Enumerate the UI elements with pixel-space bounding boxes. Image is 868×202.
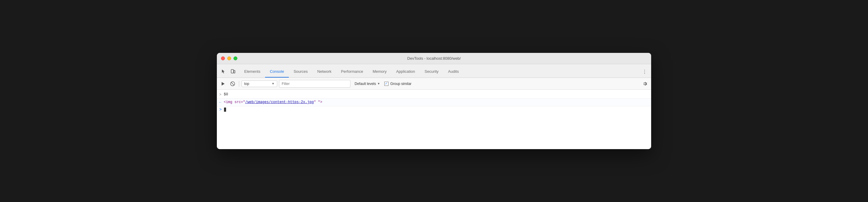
filter-input[interactable] (279, 80, 350, 88)
tab-bar-icons (219, 67, 237, 77)
console-cursor-line[interactable]: > (217, 106, 651, 113)
window-title: DevTools - localhost:8080/web/ (407, 56, 461, 61)
tab-console[interactable]: Console (265, 66, 289, 77)
more-tabs-area: ⋮ (641, 67, 649, 77)
clear-button[interactable] (229, 80, 237, 88)
input-text: $0 (224, 92, 228, 97)
traffic-lights (221, 57, 237, 60)
toolbar-divider-1 (239, 81, 239, 87)
levels-dropdown-arrow: ▼ (377, 82, 380, 85)
settings-icon (643, 81, 647, 86)
html-tag-open: <img src=" (224, 100, 245, 104)
settings-button[interactable] (641, 80, 649, 88)
cursor-icon-button[interactable] (219, 67, 227, 76)
tab-memory[interactable]: Memory (368, 66, 392, 77)
tab-performance[interactable]: Performance (336, 66, 368, 77)
tab-application[interactable]: Application (392, 66, 420, 77)
tab-audits[interactable]: Audits (443, 66, 463, 77)
svg-line-4 (231, 82, 234, 85)
close-button[interactable] (221, 57, 225, 60)
levels-selector[interactable]: Default levels ▼ (352, 81, 382, 87)
input-prompt-symbol: > (219, 92, 221, 97)
levels-label: Default levels (354, 82, 376, 86)
console-line-result: ← <img src="/web/images/content-https-2x… (217, 99, 651, 106)
more-tabs-button[interactable]: ⋮ (641, 67, 649, 76)
result-text: <img src="/web/images/content-https-2x.j… (224, 100, 322, 105)
console-line-input: > $0 (217, 91, 651, 99)
context-value: top (244, 82, 249, 86)
svg-rect-0 (231, 69, 234, 73)
group-similar-label: Group similar (390, 82, 411, 86)
minimize-button[interactable] (227, 57, 231, 60)
tab-security[interactable]: Security (420, 66, 443, 77)
tab-network[interactable]: Network (313, 66, 336, 77)
tab-elements[interactable]: Elements (240, 66, 265, 77)
tab-bar: Elements Console Sources Network Perform… (217, 64, 651, 78)
cursor-prompt-symbol: > (219, 107, 222, 112)
execute-button[interactable] (219, 80, 227, 88)
title-bar: DevTools - localhost:8080/web/ (217, 53, 651, 64)
execute-icon (221, 82, 225, 86)
tab-sources[interactable]: Sources (289, 66, 313, 77)
console-toolbar: top ▼ Default levels ▼ ✓ Group similar (217, 78, 651, 90)
context-dropdown-arrow: ▼ (272, 82, 275, 85)
clear-icon (230, 81, 235, 86)
device-icon (230, 69, 235, 74)
svg-marker-2 (222, 82, 225, 86)
cursor-caret (224, 107, 226, 112)
group-similar-checkbox[interactable]: ✓ (384, 82, 389, 86)
console-content: > $0 ← <img src="/web/images/content-htt… (217, 90, 651, 149)
cursor-icon (221, 69, 226, 74)
html-tag-close: " "> (314, 100, 322, 104)
context-selector[interactable]: top ▼ (242, 80, 277, 87)
result-prompt-symbol: ← (219, 100, 221, 105)
maximize-button[interactable] (234, 57, 237, 60)
devtools-window: DevTools - localhost:8080/web/ Elements … (217, 53, 651, 149)
svg-rect-1 (234, 70, 235, 73)
group-similar-toggle[interactable]: ✓ Group similar (384, 82, 411, 86)
html-link[interactable]: /web/images/content-https-2x.jpg (245, 100, 313, 104)
device-toolbar-button[interactable] (229, 67, 237, 76)
